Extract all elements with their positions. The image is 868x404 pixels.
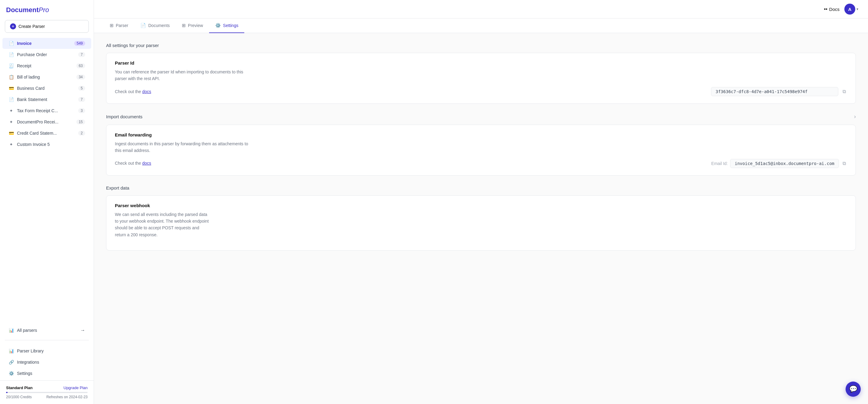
webhook-desc-2: to your webhook endpoint. The webhook en… [115,219,209,224]
sidebar-bottom-item-settings[interactable]: ⚙️Settings [2,368,91,379]
webhook-desc-3: should be able to accept POST requests a… [115,225,199,230]
sidebar-item-label-bill-of-lading: Bill of lading [17,75,73,80]
parser-id-value: 3f3636c7-dfc8-4d7e-a041-17c5498e974f [711,87,838,96]
sidebar-item-label-documentpro-recei: DocumentPro Recei... [17,119,73,124]
email-id-row: Email Id: invoice_5d1ac5@inbox.documentp… [711,159,847,168]
sidebar-bottom-label-integrations: Integrations [17,360,39,365]
export-section: Export data Parser webhook We can send a… [106,185,856,251]
docs-label: Docs [829,7,839,12]
webhook-card-desc: We can send all events including the par… [115,211,279,238]
webhook-desc-4: return a 200 response. [115,232,158,237]
tab-label-parser: Parser [116,23,128,28]
sidebar-item-tax-form[interactable]: ✦Tax Form Receipt C...3 [2,105,91,116]
refresh-date: Refreshes on 2024-02-23 [46,395,88,399]
sidebar-bottom-item-parser-library[interactable]: 📊Parser Library [2,345,91,356]
sidebar-item-label-business-card: Business Card [17,86,75,91]
page-title: All settings for your parser [106,43,856,48]
topbar: ▪▪ Docs A ▾ [94,0,868,19]
email-forwarding-desc-1: Ingest documents in this parser by forwa… [115,141,248,146]
badge-purchase-order: 7 [78,52,85,57]
plan-name: Standard Plan [6,385,32,390]
tab-label-documents: Documents [148,23,170,28]
custom-invoice-5-icon: ✦ [8,142,14,147]
email-forwarding-desc-2: this email address. [115,148,150,153]
sidebar-item-purchase-order[interactable]: 📄Purchase Order7 [2,49,91,60]
copy-email-id-button[interactable]: ⧉ [841,160,847,167]
chat-bubble[interactable]: 💬 [845,381,861,397]
logo: DocumentPro [0,6,94,20]
sidebar-item-invoice[interactable]: 📄Invoice549 [2,38,91,49]
badge-bill-of-lading: 34 [76,75,85,80]
sidebar-item-label-receipt: Receipt [17,63,73,68]
sidebar-bottom-label-settings: Settings [17,371,32,376]
sidebar-item-label-tax-form: Tax Form Receipt C... [17,108,75,113]
email-forwarding-docs-row: Check out the docs [115,160,151,167]
sidebar-bottom-label-parser-library: Parser Library [17,348,44,353]
tab-parser[interactable]: ⊞Parser [104,19,134,33]
purchase-order-icon: 📄 [8,52,14,57]
badge-bank-statement: 7 [78,97,85,102]
chevron-down-icon: ▾ [857,7,858,11]
sidebar-item-label-bank-statement: Bank Statement [17,97,75,102]
nav-items: 📄Invoice549📄Purchase Order7🧾Receipt63📋Bi… [0,38,94,324]
sidebar-item-custom-invoice-5[interactable]: ✦Custom Invoice 5 [2,139,91,150]
sidebar-bottom-nav: 📊Parser Library🔗Integrations⚙️Settings [0,344,94,380]
docs-button[interactable]: ▪▪ Docs [824,6,839,12]
tab-documents[interactable]: 📄Documents [134,19,176,33]
import-section-chevron-icon[interactable]: › [854,113,856,120]
import-section-header: Import documents › [106,113,856,120]
tab-icon-preview: ⊞ [182,23,186,28]
badge-documentpro-recei: 15 [76,119,85,124]
create-parser-button[interactable]: + Create Parser [5,20,89,33]
logo-document: Document [6,6,39,13]
docs-icon: ▪▪ [824,6,827,12]
tab-settings[interactable]: ⚙️Settings [209,19,245,33]
business-card-icon: 💳 [8,86,14,91]
sidebar-item-bill-of-lading[interactable]: 📋Bill of lading34 [2,71,91,83]
credit-card-icon: 💳 [8,131,14,136]
all-parsers-icon: 📊 [8,327,14,333]
badge-receipt: 63 [76,63,85,68]
sidebar-item-bank-statement[interactable]: 📄Bank Statement7 [2,94,91,105]
avatar-letter: A [848,7,851,12]
check-out-text: Check out the [115,89,142,94]
sidebar-footer: Standard Plan Upgrade Plan 20/1000 Credi… [0,380,94,404]
arrow-right-icon: → [80,327,85,333]
export-section-title: Export data [106,185,856,191]
tab-icon-settings: ⚙️ [215,23,221,28]
email-id-label: Email Id: [711,161,728,166]
tabs: ⊞Parser📄Documents⊞Preview⚙️Settings [94,19,868,33]
integrations-icon: 🔗 [8,359,14,365]
sidebar-item-receipt[interactable]: 🧾Receipt63 [2,60,91,71]
webhook-card: Parser webhook We can send all events in… [106,195,856,251]
upgrade-plan-link[interactable]: Upgrade Plan [64,385,88,390]
tab-label-preview: Preview [188,23,203,28]
sidebar-bottom-item-integrations[interactable]: 🔗Integrations [2,357,91,368]
sidebar-item-label-credit-card: Credit Card Statem... [17,131,75,136]
user-menu[interactable]: A ▾ [844,4,858,15]
badge-invoice: 549 [74,41,85,46]
webhook-card-title: Parser webhook [115,203,847,208]
parser-id-docs-row: Check out the docs [115,88,151,95]
badge-business-card: 5 [78,86,85,91]
email-id-value: invoice_5d1ac5@inbox.documentpro-ai.com [730,159,839,168]
sidebar-item-documentpro-recei[interactable]: ✦DocumentPro Recei...15 [2,116,91,127]
email-check-out-text: Check out the [115,161,142,166]
email-forwarding-docs-link[interactable]: docs [142,161,151,166]
copy-parser-id-button[interactable]: ⧉ [841,88,847,95]
plus-icon: + [10,23,16,29]
parser-library-icon: 📊 [8,348,14,354]
parser-id-desc-line2: parser with the rest API. [115,76,160,81]
sidebar-item-credit-card[interactable]: 💳Credit Card Statem...2 [2,128,91,139]
chat-icon: 💬 [849,385,858,393]
tab-icon-parser: ⊞ [110,23,114,28]
tax-form-icon: ✦ [8,108,14,113]
parser-id-docs-link[interactable]: docs [142,89,151,94]
logo-pro: Pro [39,6,49,13]
all-parsers-link[interactable]: 📊 All parsers → [2,324,91,336]
webhook-desc-1: We can send all events including the par… [115,212,207,217]
sidebar-item-business-card[interactable]: 💳Business Card5 [2,83,91,94]
parser-id-card-desc: You can reference the parser Id when imp… [115,68,279,82]
tab-preview[interactable]: ⊞Preview [176,19,209,33]
badge-credit-card: 2 [78,131,85,136]
